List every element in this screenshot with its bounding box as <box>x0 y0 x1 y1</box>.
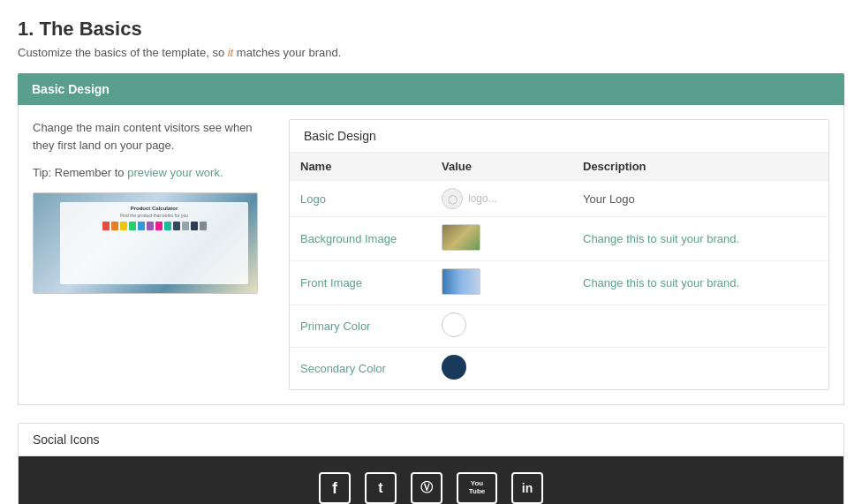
front-description: Change this to suit your brand. <box>583 276 739 290</box>
logo-description: Your Logo <box>583 192 635 206</box>
social-icons-title: Social Icons <box>19 424 843 456</box>
row-value-logo[interactable]: ◯ logo... <box>431 181 572 217</box>
linkedin-icon[interactable]: in <box>511 472 543 504</box>
tumblr-letter: t <box>378 480 382 496</box>
dot-orange <box>111 222 118 230</box>
section-header: Basic Design <box>18 73 844 105</box>
dot-green <box>129 222 136 230</box>
subtitle-highlight: it <box>228 46 234 59</box>
row-desc-bg: Change this to suit your brand. <box>572 217 828 261</box>
row-desc-front: Change this to suit your brand. <box>572 261 828 305</box>
preview-bg: Product Calculator Find the product that… <box>34 193 257 293</box>
row-name-primary: Primary Color <box>290 305 431 348</box>
row-name-bg: Background Image <box>290 217 431 261</box>
mini-ui-preview: Product Calculator Find the product that… <box>60 202 248 284</box>
col-header-description: Description <box>572 153 828 181</box>
tumblr-icon[interactable]: t <box>365 472 397 504</box>
primary-color-swatch[interactable] <box>442 312 466 337</box>
mini-ui-desc: Find the product that works for you <box>64 213 245 218</box>
table-body: Logo ◯ logo... Your Logo <box>290 181 828 390</box>
instagram-symbol: Ⓥ <box>420 480 433 496</box>
secondary-color-swatch[interactable] <box>442 355 466 380</box>
youtube-icon[interactable]: You Tube <box>457 472 497 504</box>
social-icons-section: Social Icons f t Ⓥ You Tube <box>18 423 844 504</box>
page-subtitle: Customize the basics of the template, so… <box>18 46 844 59</box>
row-desc-secondary <box>572 348 828 390</box>
bg-description: Change this to suit your brand. <box>583 232 739 245</box>
mini-ui-dots <box>64 222 245 230</box>
row-name-secondary: Secondary Color <box>290 348 431 390</box>
table-head: Name Value Description <box>290 153 828 181</box>
row-name-logo: Logo <box>290 181 431 217</box>
linkedin-symbol: in <box>522 481 533 495</box>
row-label-secondary: Secondary Color <box>300 362 386 375</box>
youtube-label-tube: Tube <box>469 488 486 496</box>
row-name-front: Front Image <box>290 261 431 305</box>
dot-teal <box>164 222 171 230</box>
col-header-name: Name <box>290 153 431 181</box>
row-label-front: Front Image <box>300 276 362 290</box>
table-row: Logo ◯ logo... Your Logo <box>290 181 828 217</box>
row-value-primary[interactable] <box>431 305 572 348</box>
dot-navy <box>191 222 198 230</box>
row-value-secondary[interactable] <box>431 348 572 390</box>
right-column: Basic Design Name Value Description <box>289 119 829 390</box>
logo-circle-icon: ◯ <box>442 188 463 209</box>
bg-image-thumb <box>442 224 480 251</box>
social-icons-bar: f t Ⓥ You Tube in <box>19 456 843 504</box>
dot-red <box>102 222 110 230</box>
table-row: Front Image Change this to suit your bra… <box>290 261 828 305</box>
row-value-front[interactable] <box>431 261 572 305</box>
preview-link[interactable]: preview your work. <box>127 166 223 179</box>
left-description: Change the main content visitors see whe… <box>33 119 271 154</box>
basic-design-section: Basic Design Change the main content vis… <box>18 73 844 405</box>
table-row: Background Image Change this to suit you… <box>290 217 828 261</box>
two-col-layout: Change the main content visitors see whe… <box>33 119 829 390</box>
dot-pink <box>155 222 163 230</box>
row-value-bg[interactable] <box>431 217 572 261</box>
facebook-icon[interactable]: f <box>319 472 351 504</box>
design-table-title: Basic Design <box>290 120 828 153</box>
row-label-primary: Primary Color <box>300 320 370 333</box>
social-section-wrapper: Social Icons f t Ⓥ You Tube <box>18 423 844 504</box>
logo-placeholder: ◯ logo... <box>442 188 562 209</box>
dot-gray <box>182 222 189 230</box>
table-header-row: Name Value Description <box>290 153 828 181</box>
instagram-icon[interactable]: Ⓥ <box>411 472 442 504</box>
section-body: Change the main content visitors see whe… <box>18 105 844 405</box>
tip-text: Tip: Remember to preview your work. <box>33 164 271 182</box>
preview-image: Product Calculator Find the product that… <box>33 192 258 294</box>
page-title: 1. The Basics <box>18 18 844 41</box>
col-header-value: Value <box>431 153 572 181</box>
dot-slate <box>200 222 207 230</box>
dot-dark <box>173 222 180 230</box>
design-table: Name Value Description Logo <box>290 153 828 389</box>
page-container: 1. The Basics Customize the basics of th… <box>18 18 844 504</box>
table-row: Primary Color <box>290 305 828 348</box>
left-column: Change the main content visitors see whe… <box>33 119 271 294</box>
row-label-logo: Logo <box>300 192 326 206</box>
row-desc-logo: Your Logo <box>572 181 828 217</box>
dot-yellow <box>120 222 127 230</box>
row-label-bg: Background Image <box>300 232 397 245</box>
table-row: Secondary Color <box>290 348 828 390</box>
facebook-letter: f <box>332 479 337 498</box>
front-image-thumb <box>442 268 480 295</box>
mini-ui-title: Product Calculator <box>64 206 245 211</box>
dot-purple <box>147 222 154 230</box>
dot-blue <box>138 222 145 230</box>
logo-text: logo... <box>468 192 497 205</box>
row-desc-primary <box>572 305 828 348</box>
